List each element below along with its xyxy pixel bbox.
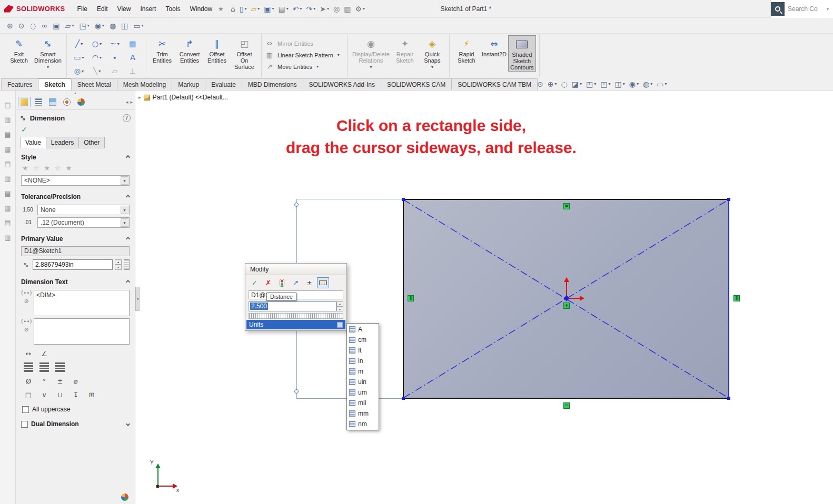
inspection-icon[interactable]: ⊘ — [21, 298, 32, 304]
new-file-button[interactable]: ▯▾ — [238, 4, 249, 14]
dropdown-arrow-icon[interactable]: ▾ — [272, 6, 274, 11]
view-tool-button[interactable]: ⊕ ▾ — [548, 80, 557, 88]
move-entities-button[interactable]: ↗ Move Entities ▾ — [265, 63, 344, 70]
ribbon-tab[interactable]: SOLIDWORKS CAM TBM — [451, 78, 538, 90]
help-icon[interactable]: ? — [123, 114, 131, 122]
ribbon-tab[interactable]: SOLIDWORKS CAM — [381, 78, 452, 90]
corner-point[interactable] — [402, 397, 405, 400]
sketch-entity-tool[interactable]: ∙ ▾ — [106, 51, 124, 64]
view-tool-button[interactable]: ◫ ▾ — [615, 80, 625, 88]
corner-point[interactable] — [727, 397, 730, 400]
inspection-icon[interactable]: ⊘ — [21, 327, 32, 332]
configuration-tab[interactable] — [46, 97, 59, 107]
reverse-direction-button[interactable]: ↗ — [290, 277, 302, 288]
tolerance-section-header[interactable]: Tolerance/Precision — [16, 188, 135, 203]
dropdown-arrow-icon[interactable]: ▾ — [257, 6, 260, 11]
dropdown-arrow-icon[interactable]: ▾ — [244, 6, 246, 11]
offset-on-surface-button[interactable]: ◰ Offset On Surface — [231, 35, 258, 70]
dropdown-arrow-icon[interactable]: ▾ — [594, 82, 596, 86]
thumbwheel[interactable] — [124, 259, 130, 270]
sketch-entity-tool[interactable]: ~ ▾ — [106, 37, 124, 51]
ribbon-tab[interactable]: Evaluate — [205, 78, 242, 90]
more-symbols-icon[interactable]: ⊞ — [86, 390, 97, 399]
dropdown-arrow-icon[interactable]: ▾ — [82, 55, 84, 60]
search-dropdown-icon[interactable]: ▾ — [827, 7, 829, 12]
view-tool-button[interactable]: ◳ ▾ — [600, 80, 610, 88]
dropdown-arrow-icon[interactable]: ▾ — [87, 23, 90, 28]
menu-item[interactable]: Tools — [161, 3, 185, 15]
trim-entities-button[interactable]: ✂ Trim Entities — [148, 35, 176, 64]
dimension-value-field[interactable]: 2.88679493in — [33, 259, 113, 270]
unit-option[interactable]: uin — [348, 377, 378, 387]
left-toolbar-icon[interactable]: ▥ — [4, 234, 11, 241]
left-toolbar-icon[interactable]: ▤ — [4, 160, 11, 168]
dimension-text-area-secondary[interactable] — [34, 318, 130, 345]
counterbore-symbol-icon[interactable]: ⊔ — [55, 390, 65, 399]
units-menu-header[interactable]: Units — [246, 320, 345, 329]
dropdown-arrow-icon[interactable]: ▾ — [81, 42, 83, 46]
expand-chevron-icon[interactable] — [126, 422, 130, 426]
all-uppercase-checkbox[interactable] — [22, 406, 29, 413]
collapse-chevron-icon[interactable] — [126, 280, 130, 284]
dropdown-arrow-icon[interactable]: ▾ — [650, 82, 652, 86]
style-dropdown[interactable]: <NONE> ▾ — [21, 175, 130, 186]
select-button[interactable]: ➤▾ — [318, 4, 331, 14]
parentheses-icon[interactable]: (∙∙) — [21, 290, 32, 296]
menu-item[interactable]: Window — [185, 3, 217, 15]
dropdown-arrow-icon[interactable]: ▾ — [363, 6, 365, 11]
toolbar-button[interactable]: ◳ ▾ — [77, 21, 91, 31]
plus-minus-symbol-icon[interactable]: ± — [55, 376, 65, 386]
dropdown-arrow-icon[interactable]: ▾ — [431, 64, 433, 70]
toolbar-button[interactable]: ⊕ ▾ — [5, 21, 15, 31]
view-tool-button[interactable]: ◌ ▾ — [561, 80, 568, 88]
toolbar-button[interactable]: ◫ ▾ — [120, 21, 130, 31]
value-spinner[interactable]: ▴▾ — [336, 301, 343, 311]
quick-snaps-button[interactable]: ◈ Quick Snaps ▾ — [419, 35, 446, 71]
dropdown-arrow-icon[interactable]: ▾ — [316, 64, 319, 69]
menu-item[interactable]: View — [113, 3, 136, 15]
dropdown-arrow-icon[interactable]: ▾ — [100, 42, 102, 46]
centerline-symbol-icon[interactable]: ⌀ — [71, 376, 81, 386]
dropdown-arrow-icon[interactable]: ▾ — [338, 53, 340, 57]
mirror-entities-button[interactable]: ⇔ Mirror Entities — [265, 39, 344, 47]
toolbar-button[interactable]: ▣ ▾ — [51, 21, 61, 31]
primary-value-section-header[interactable]: Primary Value — [16, 230, 135, 245]
tree-expand-icon[interactable]: ▸ — [138, 95, 141, 100]
tolerance-dropdown[interactable]: None ▾ — [37, 205, 130, 215]
offset-entities-button[interactable]: ∥ Offset Entities — [203, 35, 231, 64]
style-button-icon[interactable]: ★ — [66, 164, 72, 172]
spin-down-icon[interactable]: ▾ — [336, 307, 343, 312]
print-button[interactable]: ▤▾ — [277, 4, 290, 14]
dropdown-arrow-icon[interactable]: ▾ — [370, 64, 372, 70]
search-icon[interactable] — [771, 2, 785, 16]
ribbon-tab[interactable]: Sketch — [38, 78, 71, 90]
style-button-icon[interactable]: ☆ — [55, 164, 61, 172]
left-toolbar-icon[interactable]: ▥ — [4, 175, 11, 183]
modify-dialog[interactable]: Modify ✓ ✗ ↗ ± D1@Sketch1 2.500 ▴▾ Units… — [245, 263, 347, 331]
left-toolbar-icon[interactable]: ▤ — [4, 101, 11, 109]
dimension-text-area[interactable]: <DIM> — [34, 290, 130, 316]
dropdown-arrow-icon[interactable]: ▾ — [82, 69, 84, 74]
style-section-header[interactable]: Style — [16, 148, 135, 163]
dropdown-arrow-icon[interactable]: ▾ — [121, 176, 128, 185]
dimension-name-field[interactable]: D1@Sketch1 — [21, 246, 130, 256]
ribbon-tab[interactable]: MBD Dimensions — [242, 78, 303, 90]
toolbar-button[interactable]: ◍ ▾ — [108, 21, 117, 31]
relation-handle-right[interactable]: ∥ — [733, 295, 740, 301]
ribbon-tab[interactable]: Mesh Modeling — [117, 78, 172, 90]
search-input[interactable]: Search Co — [788, 5, 827, 13]
ribbon-tab[interactable]: Markup — [172, 78, 205, 90]
style-button-icon[interactable]: ★ — [44, 164, 50, 172]
tab-scroll-right-icon[interactable]: ▸ — [130, 99, 133, 105]
angle-text-icon[interactable]: ∠ — [39, 349, 49, 358]
dropdown-arrow-icon[interactable]: ▾ — [300, 6, 302, 11]
toolbar-button[interactable]: ∞ ▾ — [40, 21, 49, 31]
precision-dropdown[interactable]: .12 (Document) ▾ — [37, 217, 130, 228]
view-tool-button[interactable]: ◰ ▾ — [586, 80, 596, 88]
dropdown-arrow-icon[interactable]: ▾ — [117, 42, 120, 46]
parentheses-icon[interactable]: (∙∙) — [21, 318, 32, 324]
dropdown-arrow-icon[interactable]: ▾ — [637, 82, 639, 86]
panel-collapse-tab[interactable]: ◂ — [135, 287, 140, 311]
left-toolbar-icon[interactable]: ▤ — [4, 219, 11, 227]
sketch-entity-tool[interactable]: ○ ▾ — [88, 37, 106, 51]
